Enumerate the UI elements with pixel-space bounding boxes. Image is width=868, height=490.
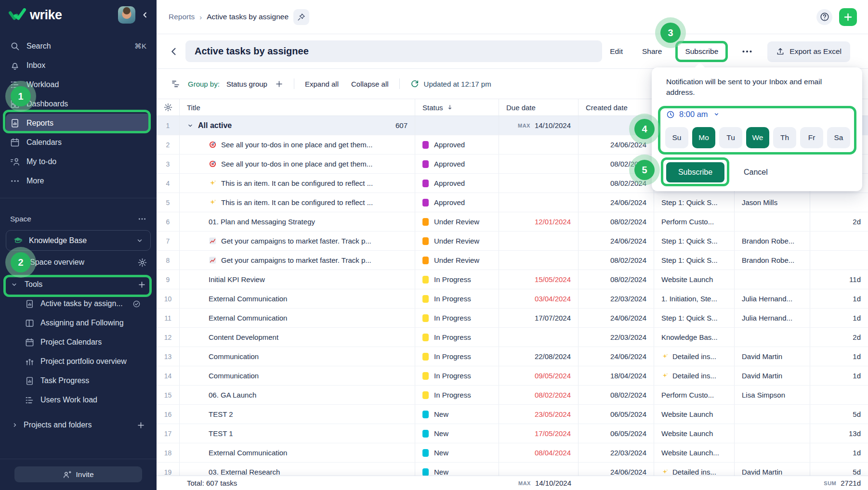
report-actions: Edit Share Subscribe Export as Excel	[610, 34, 850, 69]
sidebar-item-assigning-following[interactable]: Assigning and Following	[0, 313, 157, 333]
target-icon	[209, 160, 217, 168]
sidebar-item-portfolio-overview[interactable]: Project portfolio overview	[0, 352, 157, 371]
collapse-all-button[interactable]: Collapse all	[351, 80, 389, 88]
sidebar-collapse-icon[interactable]	[141, 11, 149, 19]
table-row[interactable]: 18External CommunicationNew08/04/202422/…	[157, 443, 868, 463]
report-title-field[interactable]: Active tasks by assignee	[185, 40, 602, 62]
sidebar-item-task-progress[interactable]: Task Progress	[0, 371, 157, 390]
sidebar-item-my-to-do[interactable]: My to-do	[6, 152, 151, 171]
breadcrumb-reports[interactable]: Reports	[169, 13, 195, 21]
sparkle-icon	[209, 179, 217, 187]
invite-button[interactable]: Invite	[14, 466, 142, 482]
subscribe-button[interactable]: Subscribe	[675, 41, 728, 62]
table-row[interactable]: 10External CommunicationIn Progress03/04…	[157, 289, 868, 309]
sidebar-item-active-tasks[interactable]: Active tasks by assign...	[0, 294, 157, 313]
add-grouping-icon[interactable]	[275, 80, 283, 88]
cell-assignee: Jason Mills	[735, 193, 810, 212]
help-button[interactable]	[816, 9, 832, 25]
space-selector-knowledge-base[interactable]: Knowledge Base	[6, 230, 151, 251]
day-chip-fr[interactable]: Fr	[800, 127, 823, 148]
status-label: In Progress	[434, 391, 471, 399]
column-header-status[interactable]: Status	[415, 99, 499, 116]
cell-title: This is an item. It can be configured to…	[180, 193, 415, 212]
updated-timestamp[interactable]: Updated at 12:17 pm	[424, 80, 491, 88]
cell-status: New	[415, 463, 499, 476]
notification-time-selector[interactable]: 8:00 am	[666, 110, 720, 119]
popup-cancel-button[interactable]: Cancel	[739, 161, 773, 183]
clock-icon	[666, 110, 675, 119]
cell-assignee	[735, 270, 810, 289]
cell-due-date: 17/07/2024	[499, 309, 579, 327]
group-by-value[interactable]: Status group	[226, 80, 267, 88]
day-chip-tu[interactable]: Tu	[719, 127, 742, 148]
table-settings-cell[interactable]	[157, 99, 180, 116]
column-header-created-date[interactable]: Created date	[579, 99, 654, 116]
day-chip-we[interactable]: We	[746, 127, 769, 148]
sparkle-icon	[661, 468, 669, 476]
edit-button[interactable]: Edit	[610, 47, 623, 56]
space-more-icon[interactable]	[138, 215, 146, 223]
day-chip-th[interactable]: Th	[773, 127, 796, 148]
more-actions-icon[interactable]	[741, 46, 753, 57]
table-row[interactable]: 9Initial KPI ReviewIn Progress15/05/2024…	[157, 270, 868, 289]
share-button[interactable]: Share	[642, 47, 662, 56]
table-row[interactable]: 16TEST 2New23/05/202406/05/2024Website L…	[157, 405, 868, 424]
cell-duration: 1d	[810, 443, 868, 462]
table-row[interactable]: 11External CommunicationIn Progress17/07…	[157, 309, 868, 328]
user-avatar[interactable]	[118, 6, 135, 24]
sidebar-item-search[interactable]: Search⌘K	[6, 37, 151, 55]
refresh-icon[interactable]	[410, 79, 419, 88]
task-title: See all your to-dos in one place and get…	[221, 160, 372, 168]
cell-row-number: 3	[157, 155, 180, 173]
table-row[interactable]: 5This is an item. It can be configured t…	[157, 193, 868, 212]
cell-assignee	[735, 328, 810, 347]
chevron-down-icon[interactable]	[187, 122, 194, 129]
column-header-title[interactable]: Title	[180, 99, 415, 116]
gear-icon[interactable]	[138, 258, 147, 267]
cell-assignee: David Martin	[735, 347, 810, 366]
sidebar-item-tools[interactable]: Tools	[0, 275, 157, 294]
chevron-down-icon[interactable]	[11, 281, 18, 288]
cell-duration: 5d	[810, 463, 868, 476]
table-row[interactable]: 1506. GA LaunchIn Progress08/02/202408/0…	[157, 386, 868, 405]
table-row[interactable]: 14CommunicationIn Progress09/05/202418/0…	[157, 366, 868, 386]
cell-status: Approved	[415, 174, 499, 193]
create-new-button[interactable]	[839, 8, 857, 26]
wrike-logo[interactable]: wrike	[9, 8, 62, 23]
table-row[interactable]: 12Content DevelopmentIn Progress22/03/20…	[157, 328, 868, 347]
table-row[interactable]: 17TEST 1New17/05/202406/05/2024Website L…	[157, 424, 868, 443]
table-row[interactable]: 7Get your campaigns to market faster. Tr…	[157, 232, 868, 251]
table-row[interactable]: 13CommunicationIn Progress22/08/202424/0…	[157, 347, 868, 366]
sidebar-item-projects-and-folders[interactable]: Projects and folders	[0, 415, 157, 435]
tools-subitems: Active tasks by assign...Assigning and F…	[0, 294, 157, 410]
invite-label: Invite	[76, 470, 93, 479]
expand-all-button[interactable]: Expand all	[305, 80, 339, 88]
back-button[interactable]	[169, 47, 179, 56]
status-color-chip	[422, 160, 429, 168]
portfolio-icon	[25, 357, 34, 366]
day-chip-sa[interactable]: Sa	[827, 127, 850, 148]
breadcrumb-separator	[199, 13, 202, 21]
plus-icon[interactable]	[138, 281, 146, 289]
sidebar-item-reports[interactable]: Reports	[6, 114, 151, 132]
pin-button[interactable]	[293, 9, 309, 25]
sidebar-item-calendars[interactable]: Calendars	[6, 133, 151, 152]
table-row[interactable]: 601. Plan and Messaging StrategyUnder Re…	[157, 212, 868, 232]
sidebar-item-project-calendars[interactable]: Project Calendars	[0, 333, 157, 352]
sidebar-item-inbox[interactable]: Inbox	[6, 56, 151, 75]
table-row[interactable]: 1903. External ResearchNew24/06/2024Deta…	[157, 463, 868, 476]
popup-subscribe-button[interactable]: Subscribe	[665, 161, 725, 183]
plus-icon[interactable]	[137, 421, 145, 429]
sidebar: wrike Search⌘KInboxWorkloadDashboardsRep…	[0, 0, 157, 490]
sidebar-item-users-workload[interactable]: Users Work load	[0, 390, 157, 410]
chevron-right-icon[interactable]	[12, 422, 18, 428]
day-chip-su[interactable]: Su	[665, 127, 688, 148]
table-row[interactable]: 8Get your campaigns to market faster. Tr…	[157, 251, 868, 270]
column-header-due-date[interactable]: Due date	[499, 99, 579, 116]
pin-icon	[297, 13, 305, 21]
export-excel-button[interactable]: Export as Excel	[767, 41, 850, 62]
day-chip-mo[interactable]: Mo	[692, 127, 715, 148]
sidebar-item-more[interactable]: More	[6, 171, 151, 190]
sidebar-item-label: Workload	[26, 80, 59, 89]
task-title: 03. External Research	[209, 468, 280, 476]
